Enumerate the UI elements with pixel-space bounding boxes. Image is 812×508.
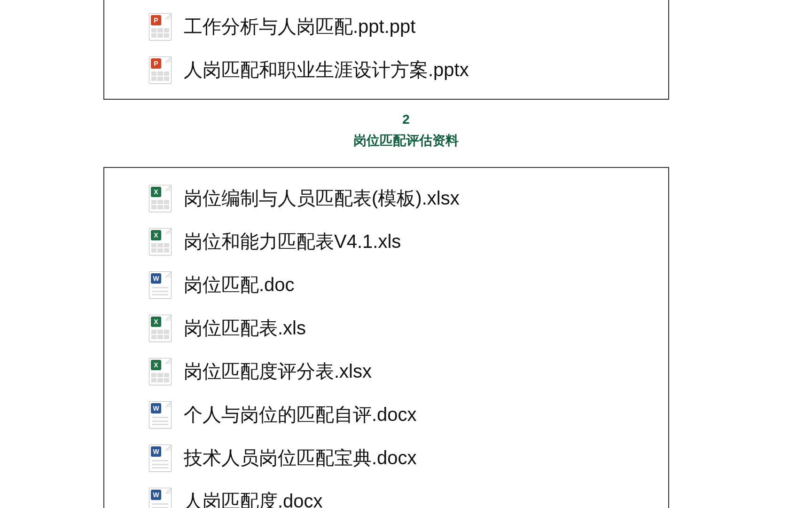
file-item[interactable]: X 岗位和能力匹配表V4.1.xls [149,220,668,263]
xls-icon: X [149,228,171,254]
icon-lines [152,460,168,468]
icon-badge: X [151,317,161,327]
file-item[interactable]: W 岗位匹配.doc [149,263,668,306]
icon-grid [151,243,169,253]
icon-badge: W [151,273,161,284]
icon-lines [152,503,168,508]
doc-icon: W [149,444,171,471]
icon-badge: X [151,187,161,197]
icon-badge: X [151,360,161,370]
file-list-2: X 岗位编制与人员匹配表(模板).xlsx X 岗位和能力匹配表V4.1.xls [104,168,668,508]
file-item[interactable]: P 人岗匹配和职业生涯设计方案.pptx [149,48,668,91]
file-name: 人岗匹配和职业生涯设计方案.pptx [184,57,469,83]
file-name: 岗位和能力匹配表V4.1.xls [184,229,401,254]
file-box-1: P 工作分析与人岗匹配.ppt.ppt P 人岗匹配和职业生涯设计方案.pptx [103,0,669,100]
file-item[interactable]: W 技术人员岗位匹配宝典.docx [149,436,668,479]
xls-icon: X [149,358,171,384]
file-name: 人岗匹配度.docx [184,488,323,508]
ppt-icon: P [149,13,171,40]
file-list-1: P 工作分析与人岗匹配.ppt.ppt P 人岗匹配和职业生涯设计方案.pptx [104,5,668,91]
file-item[interactable]: P 工作分析与人岗匹配.ppt.ppt [149,5,668,48]
page-container: P 工作分析与人岗匹配.ppt.ppt P 人岗匹配和职业生涯设计方案.pptx… [0,0,812,508]
file-name: 岗位匹配表.xls [184,315,306,341]
ppt-icon: P [149,56,171,83]
icon-grid [151,373,169,382]
file-item[interactable]: W 人岗匹配度.docx [149,479,668,508]
doc-icon: W [149,271,171,298]
icon-badge: X [151,230,161,240]
file-name: 岗位匹配.doc [184,272,295,298]
icon-badge: W [151,490,161,500]
xls-icon: X [149,315,171,341]
file-item[interactable]: X 岗位匹配度评分表.xlsx [149,349,668,393]
file-name: 岗位匹配度评分表.xlsx [184,358,372,384]
file-name: 个人与岗位的匹配自评.docx [184,402,417,428]
file-box-2: X 岗位编制与人员匹配表(模板).xlsx X 岗位和能力匹配表V4.1.xls [103,167,669,508]
file-item[interactable]: W 个人与岗位的匹配自评.docx [149,393,668,436]
doc-icon: W [149,401,171,428]
section-title: 岗位匹配评估资料 [0,132,812,150]
icon-badge: W [151,446,161,457]
icon-grid [151,330,169,339]
icon-badge: P [151,15,161,25]
section-number: 2 [0,112,812,127]
icon-badge: P [151,58,161,69]
file-name: 工作分析与人岗匹配.ppt.ppt [184,14,415,40]
icon-lines [152,417,168,425]
icon-lines [152,287,168,295]
icon-grid [151,28,169,38]
icon-badge: W [151,403,161,413]
file-name: 技术人员岗位匹配宝典.docx [184,445,417,471]
icon-grid [151,71,169,81]
icon-grid [151,200,169,209]
doc-icon: W [149,488,171,508]
file-item[interactable]: X 岗位匹配表.xls [149,306,668,349]
file-name: 岗位编制与人员匹配表(模板).xlsx [184,185,460,211]
file-item[interactable]: X 岗位编制与人员匹配表(模板).xlsx [149,176,668,220]
xls-icon: X [149,185,171,211]
